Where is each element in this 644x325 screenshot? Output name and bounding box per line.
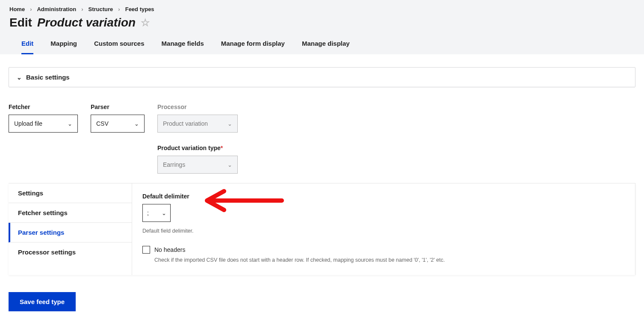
chevron-down-icon: ⌄ — [134, 121, 139, 127]
page-title: Edit Product variation ☆ — [9, 16, 635, 30]
save-feed-type-button[interactable]: Save feed type — [9, 292, 76, 311]
basic-settings-accordion[interactable]: ⌄ Basic settings — [9, 67, 635, 87]
default-delimiter-help: Default field delimiter. — [142, 228, 625, 234]
tab-manage-fields[interactable]: Manage fields — [162, 40, 204, 54]
chevron-down-icon: ⌄ — [227, 121, 232, 127]
chevron-down-icon: ⌄ — [227, 162, 232, 168]
no-headers-help: Check if the imported CSV file does not … — [154, 257, 625, 263]
required-asterisk-icon: * — [221, 145, 223, 151]
breadcrumb: Home › Administration › Structure › Feed… — [9, 6, 635, 12]
vertical-tab-settings[interactable]: Settings — [9, 183, 132, 203]
star-outline-icon[interactable]: ☆ — [141, 17, 150, 29]
processor-label: Processor — [157, 103, 238, 110]
page-title-prefix: Edit — [9, 16, 32, 30]
vertical-tab-processor-settings[interactable]: Processor settings — [9, 242, 132, 262]
breadcrumb-feed-types[interactable]: Feed types — [125, 6, 154, 12]
vertical-tab-fetcher-settings[interactable]: Fetcher settings — [9, 203, 132, 223]
tab-manage-display[interactable]: Manage display — [302, 40, 350, 54]
breadcrumb-home[interactable]: Home — [9, 6, 25, 12]
chevron-down-icon: ⌄ — [68, 121, 72, 127]
chevron-right-icon: › — [30, 6, 32, 12]
fetcher-select[interactable]: Upload file ⌄ — [9, 115, 78, 133]
variation-type-select: Earrings ⌄ — [157, 156, 238, 174]
primary-tabs: Edit Mapping Custom sources Manage field… — [9, 40, 635, 54]
default-delimiter-value: ; — [147, 210, 149, 216]
variation-type-label-text: Product variation type — [157, 145, 221, 151]
parser-select[interactable]: CSV ⌄ — [91, 115, 145, 133]
chevron-down-icon: ⌄ — [17, 74, 22, 81]
vertical-tabs: Settings Fetcher settings Parser setting… — [9, 183, 132, 275]
default-delimiter-select[interactable]: ; ⌄ — [142, 204, 171, 222]
default-delimiter-label: Default delimiter — [142, 193, 625, 200]
vertical-tab-parser-settings[interactable]: Parser settings — [9, 223, 132, 242]
variation-type-value: Earrings — [163, 161, 185, 168]
no-headers-label: No headers — [154, 246, 185, 253]
processor-value: Product variation — [163, 120, 208, 127]
chevron-right-icon: › — [81, 6, 83, 12]
tab-edit[interactable]: Edit — [21, 40, 33, 54]
chevron-down-icon: ⌄ — [162, 210, 166, 216]
fetcher-label: Fetcher — [9, 103, 78, 110]
tab-mapping[interactable]: Mapping — [50, 40, 77, 54]
chevron-right-icon: › — [118, 6, 120, 12]
breadcrumb-administration[interactable]: Administration — [37, 6, 76, 12]
page-title-name: Product variation — [37, 16, 136, 30]
annotation-arrow-icon — [201, 188, 286, 213]
parser-label: Parser — [91, 103, 145, 110]
parser-value: CSV — [96, 120, 109, 127]
variation-type-label: Product variation type* — [157, 145, 238, 151]
tab-custom-sources[interactable]: Custom sources — [94, 40, 145, 54]
parser-settings-panel: Default delimiter ; ⌄ Default field deli… — [132, 183, 635, 275]
no-headers-checkbox[interactable] — [142, 246, 150, 254]
breadcrumb-structure[interactable]: Structure — [89, 6, 113, 12]
processor-select: Product variation ⌄ — [157, 115, 238, 133]
accordion-label: Basic settings — [26, 74, 70, 81]
tab-manage-form-display[interactable]: Manage form display — [221, 40, 285, 54]
fetcher-value: Upload file — [14, 120, 42, 127]
